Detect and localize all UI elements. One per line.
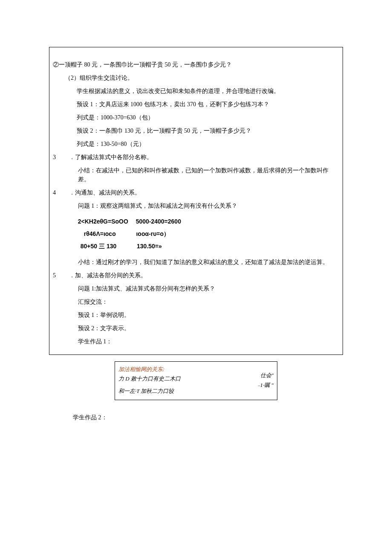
formula-block: 2<KH2eθG=SoOO 5000-2400=2600 rθ46Λ=ιoco …	[78, 217, 339, 251]
section-heading-4: 4 ．沟通加、减法间的关系。	[53, 188, 339, 197]
paragraph: ②一顶帽子 80 元，一条围巾比一顶帽子贵 50 元，一条围巾多少元？	[53, 60, 339, 69]
paragraph: 学生作品 2：	[49, 413, 343, 422]
handwriting-line: 和一左·T 加秋二力口较	[118, 387, 202, 395]
formula-row: 2<KH2eθG=SoOO 5000-2400=2600	[78, 217, 339, 226]
student-work-left: 加法相愉网的关东: 力 D 敕十力口有史二木口 和一左·T 加秋二力口较	[115, 362, 206, 400]
document-page: ②一顶帽子 80 元，一条围巾比一顶帽子贵 50 元，一条围巾多少元？ （2）组…	[0, 0, 392, 555]
formula-row: rθ46Λ=ιoco ιooα-rυ=o）	[78, 230, 339, 238]
paragraph: 预设 1：举例说明。	[53, 311, 339, 320]
paragraph: 预设 1：文具店运来 1000 包练习木，卖出 370 包，还剩下多少包练习本？	[53, 100, 339, 109]
paragraph: 学生根据减法的意义，说出改变已知和未知条件的道理，并合理地进行改编。	[53, 87, 339, 96]
handwriting-line: ₋1∙嘱 "	[257, 381, 274, 389]
paragraph: 问题 1:加法算式、减法算式各部分间有怎样的关系？	[53, 284, 339, 293]
handwriting-line: 加法相愉网的关东:	[118, 365, 202, 374]
section-number: 4	[53, 188, 60, 197]
formula-left: 80+50 三 130	[81, 243, 116, 250]
section-heading-5: 5 ．加、减法各部分间的关系。	[53, 271, 339, 280]
formula-right: 130.50=»	[137, 243, 162, 250]
paragraph: 小结：在减法中，已知的和叫作被减数，已知的一个加数叫作减数，最后求得的另一个加数…	[53, 166, 339, 184]
paragraph: 汇报交流：	[53, 297, 339, 306]
section-title: ．了解减法算式中各部分名称。	[69, 153, 339, 162]
paragraph: 列式是：130-50=80（元）	[53, 139, 339, 148]
student-work-box-wrap: 加法相愉网的关东: 力 D 敕十力口有史二木口 和一左·T 加秋二力口较 仕会"…	[49, 361, 343, 400]
formula-right: ιooα-rυ=o）	[136, 230, 170, 237]
section-number: 5	[53, 271, 60, 280]
student-work-box: 加法相愉网的关东: 力 D 敕十力口有史二木口 和一左·T 加秋二力口较 仕会"…	[115, 361, 277, 400]
section-title: ．加、减法各部分间的关系。	[69, 271, 339, 280]
formula-left: 2<KH2eθG=SoOO	[78, 218, 128, 225]
formula-right: 5000-2400=2600	[136, 218, 181, 225]
paragraph: 学生作品 1：	[53, 337, 339, 346]
formula-row: 80+50 三 130 130.50=»	[78, 242, 339, 251]
section-title: ．沟通加、减法间的关系。	[69, 188, 339, 197]
handwriting-line: 力 D 敕十力口有史二木口	[118, 375, 202, 383]
paragraph: 预设 2：文字表示。	[53, 324, 339, 333]
section-number: 3	[53, 153, 60, 162]
main-bordered-section: ②一顶帽子 80 元，一条围巾比一顶帽子贵 50 元，一条围巾多少元？ （2）组…	[49, 47, 343, 355]
student-work-right: 仕会" ₋1∙嘱 "	[206, 362, 277, 400]
paragraph: 小结：通过刚才的学习，我们知道了加法的意义和减法的意义，还知道了减法是加法的逆运…	[53, 258, 339, 267]
handwriting-line: 仕会"	[260, 371, 274, 380]
paragraph: 列式是：1000-370=630（包）	[53, 113, 339, 122]
paragraph: 问题 1：观察这两组算式，加法和减法之间有没有什么关系？	[53, 201, 339, 210]
section-heading-3: 3 ．了解减法算式中各部分名称。	[53, 153, 339, 162]
paragraph: 预设 2：一条围巾 130 元，比一顶帽子贵 50 元，一顶帽子多少元？	[53, 126, 339, 135]
formula-left: rθ46Λ=ιoco	[84, 230, 116, 237]
paragraph: （2）组织学生交流讨论。	[53, 73, 339, 82]
